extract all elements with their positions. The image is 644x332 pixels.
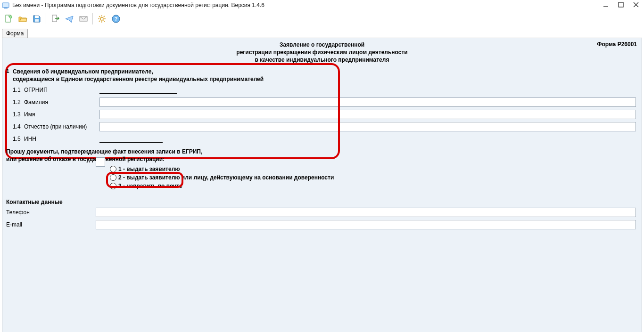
- svg-text:?: ?: [115, 16, 118, 22]
- field-num: 1.1: [13, 87, 24, 93]
- save-document-button[interactable]: [30, 12, 43, 25]
- svg-rect-1: [4, 8, 8, 8]
- field-row-inn: 1.5 ИНН: [6, 134, 638, 144]
- surname-input[interactable]: [99, 97, 636, 107]
- minimize-button[interactable]: [603, 1, 609, 9]
- toolbar: ?: [0, 10, 644, 27]
- field-num: 1.5: [13, 136, 24, 142]
- email-input[interactable]: [96, 220, 636, 229]
- mail-button[interactable]: [77, 12, 90, 25]
- form-panel: Форма Р26001 Заявление о государственной…: [2, 38, 642, 332]
- send-button[interactable]: [63, 12, 76, 25]
- field-label: Имя: [24, 111, 99, 118]
- radio-label: 2 - выдать заявителю или лицу, действующ…: [118, 174, 334, 181]
- svg-line-17: [99, 16, 100, 17]
- form-code-label: Форма Р26001: [597, 41, 637, 48]
- svg-line-19: [104, 16, 105, 17]
- section-2-title-l2: или решение об отказе в государственной …: [6, 156, 165, 162]
- help-button[interactable]: ?: [109, 12, 123, 25]
- toolbar-separator: [46, 13, 46, 24]
- field-label: ИНН: [24, 136, 99, 142]
- radio-option-1[interactable]: 1 - выдать заявителю: [96, 165, 638, 173]
- radio-option-2[interactable]: 2 - выдать заявителю или лицу, действующ…: [96, 173, 638, 182]
- radio-icon: [110, 166, 116, 172]
- radio-option-3[interactable]: 3 - направить по почте: [96, 182, 638, 190]
- contact-row-email: E-mail: [6, 219, 638, 230]
- svg-line-20: [99, 21, 100, 22]
- patronymic-input[interactable]: [99, 122, 636, 131]
- section-1-title: Сведения об индивидуальном предпринимате…: [6, 67, 638, 83]
- svg-line-18: [104, 21, 105, 22]
- radio-icon: [110, 174, 116, 181]
- tab-form[interactable]: Форма: [2, 29, 28, 38]
- section-2-title-l1: Прошу документы, подтверждающие факт вне…: [6, 148, 202, 155]
- form-header-line1: Заявление о государственной: [55, 41, 589, 49]
- window-title: Без имени - Программа подготовки докумен…: [12, 2, 603, 8]
- window-titlebar: Без имени - Программа подготовки докумен…: [0, 0, 644, 10]
- tab-strip: Форма: [0, 27, 644, 38]
- section-1-title-l1: Сведения об индивидуальном предпринимате…: [13, 68, 153, 75]
- email-label: E-mail: [6, 221, 96, 228]
- form-header-line2: регистрации прекращения физическим лицом…: [55, 49, 589, 56]
- open-document-button[interactable]: [16, 12, 29, 25]
- phone-label: Телефон: [6, 209, 96, 216]
- radio-label: 1 - выдать заявителю: [118, 166, 180, 172]
- section-2: Прошу документы, подтверждающие факт вне…: [6, 148, 638, 190]
- field-label: ОГРНИП: [24, 87, 99, 93]
- field-label: Фамилия: [24, 99, 99, 105]
- contact-row-phone: Телефон: [6, 207, 638, 218]
- section-1: 1 Сведения об индивидуальном предпринима…: [6, 67, 638, 144]
- field-row-ogrnip: 1.1 ОГРНИП: [6, 85, 638, 95]
- svg-rect-8: [35, 16, 39, 18]
- maximize-button[interactable]: [618, 1, 624, 9]
- form-header-line3: в качестве индивидуального предпринимате…: [55, 56, 589, 64]
- field-row-patronymic: 1.4 Отчество (при наличии): [6, 121, 638, 132]
- phone-input[interactable]: [96, 208, 636, 217]
- ogrnip-input[interactable]: [99, 86, 177, 94]
- toolbar-separator: [92, 13, 93, 24]
- field-num: 1.2: [13, 99, 24, 105]
- svg-rect-3: [619, 2, 623, 7]
- close-button[interactable]: [633, 1, 639, 9]
- name-input[interactable]: [99, 110, 636, 119]
- svg-rect-0: [2, 3, 9, 8]
- export-button[interactable]: [49, 12, 62, 25]
- field-row-surname: 1.2 Фамилия: [6, 97, 638, 107]
- app-icon: [2, 1, 9, 9]
- svg-point-12: [100, 17, 103, 20]
- field-num: 1.4: [13, 123, 24, 130]
- form-header: Заявление о государственной регистрации …: [3, 39, 641, 66]
- section-1-number: 1: [6, 68, 9, 74]
- contact-title: Контактные данные: [6, 199, 638, 205]
- field-row-name: 1.3 Имя: [6, 109, 638, 120]
- field-label: Отчество (при наличии): [24, 123, 99, 130]
- field-num: 1.3: [13, 111, 24, 118]
- radio-icon: [110, 183, 116, 189]
- contact-section: Контактные данные Телефон E-mail: [6, 199, 638, 230]
- inn-input[interactable]: [99, 135, 163, 143]
- section-1-title-l2: содержащиеся в Едином государственном ре…: [13, 76, 264, 82]
- radio-label: 3 - направить по почте: [118, 183, 182, 189]
- settings-button[interactable]: [95, 12, 108, 25]
- svg-rect-9: [35, 19, 39, 22]
- new-document-button[interactable]: [2, 12, 15, 25]
